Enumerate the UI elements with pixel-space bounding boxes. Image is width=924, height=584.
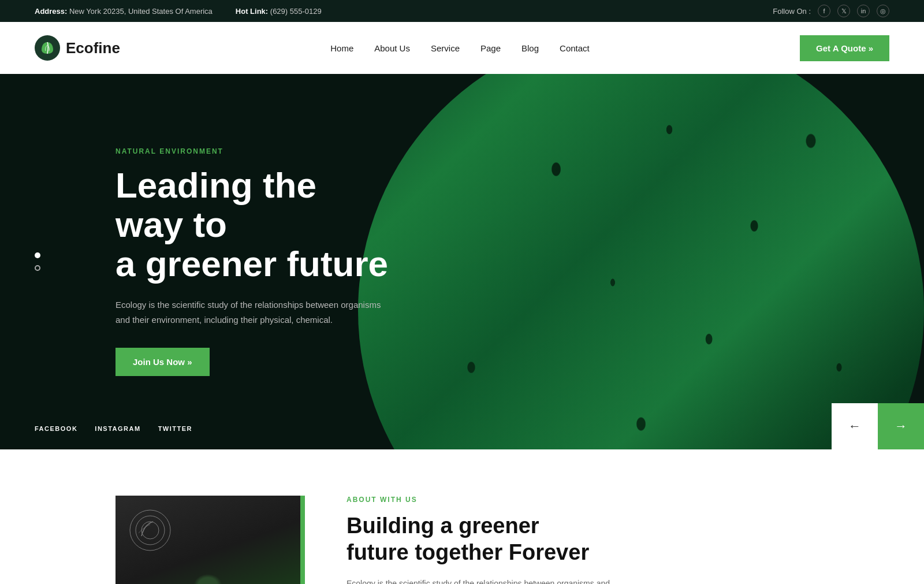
hotlink-value: (629) 555-0129 bbox=[270, 7, 322, 16]
slide-dot-2[interactable] bbox=[35, 265, 40, 271]
about-image-accent bbox=[300, 496, 305, 584]
hotlink: Hot Link: (629) 555-0129 bbox=[236, 7, 322, 16]
about-section: ABOUT WITH US Building a greener future … bbox=[0, 449, 924, 584]
hero-content: NATURAL ENVIRONMENT Leading the way to a… bbox=[0, 147, 393, 377]
hero-subtitle: NATURAL ENVIRONMENT bbox=[116, 147, 393, 155]
about-img-circles bbox=[127, 507, 173, 556]
prev-arrow-button[interactable]: ← bbox=[832, 403, 878, 449]
follow-label: Follow On : bbox=[773, 7, 811, 16]
social-twitter[interactable]: TWITTER bbox=[158, 425, 192, 432]
get-quote-button[interactable]: Get A Quote » bbox=[800, 35, 889, 61]
about-label: ABOUT WITH US bbox=[346, 496, 808, 504]
hero-description: Ecology is the scientific study of the r… bbox=[116, 297, 393, 327]
address-label: Address: bbox=[35, 7, 67, 16]
hero-bg-circle bbox=[358, 74, 924, 449]
about-title-line2: future together Forever bbox=[346, 540, 589, 564]
top-bar-left: Address: New York 20235, United States O… bbox=[35, 7, 322, 16]
about-description: Ecology is the scientific study of the r… bbox=[346, 577, 808, 584]
address-value: New York 20235, United States Of America bbox=[69, 7, 213, 16]
hero-title-line2: a greener future bbox=[116, 244, 388, 284]
nav-home[interactable]: Home bbox=[330, 43, 353, 53]
facebook-topbar-icon[interactable]: f bbox=[818, 5, 830, 17]
social-instagram[interactable]: INSTAGRAM bbox=[95, 425, 140, 432]
instagram-topbar-icon[interactable]: ◎ bbox=[877, 5, 889, 17]
about-image-wrap bbox=[116, 496, 300, 584]
nav-about[interactable]: About Us bbox=[374, 43, 410, 53]
main-nav: Home About Us Service Page Blog Contact bbox=[330, 43, 590, 53]
logo-leaf-svg bbox=[40, 40, 55, 55]
hero-title: Leading the way to a greener future bbox=[116, 166, 393, 284]
svg-point-1 bbox=[136, 516, 165, 545]
top-bar-right: Follow On : f 𝕏 in ◎ bbox=[773, 5, 889, 17]
top-bar: Address: New York 20235, United States O… bbox=[0, 0, 924, 22]
logo[interactable]: Ecofine bbox=[35, 35, 120, 61]
address: Address: New York 20235, United States O… bbox=[35, 7, 213, 16]
nav-page[interactable]: Page bbox=[480, 43, 501, 53]
hero-socials: FACEBOOK INSTAGRAM TWITTER bbox=[35, 425, 192, 432]
slide-dot-1[interactable] bbox=[35, 252, 40, 258]
header: Ecofine Home About Us Service Page Blog … bbox=[0, 22, 924, 74]
about-title-line1: Building a greener bbox=[346, 514, 539, 538]
join-us-button[interactable]: Join Us Now » bbox=[116, 348, 210, 376]
slider-arrows: ← → bbox=[832, 403, 924, 449]
linkedin-topbar-icon[interactable]: in bbox=[857, 5, 870, 17]
nav-contact[interactable]: Contact bbox=[560, 43, 590, 53]
about-circles-svg bbox=[127, 507, 173, 553]
next-arrow-button[interactable]: → bbox=[878, 403, 924, 449]
hero-leaf-image bbox=[358, 74, 924, 449]
about-title: Building a greener future together Forev… bbox=[346, 513, 808, 566]
twitter-topbar-icon[interactable]: 𝕏 bbox=[837, 5, 850, 17]
logo-icon bbox=[35, 35, 60, 61]
nav-blog[interactable]: Blog bbox=[521, 43, 539, 53]
about-image bbox=[116, 496, 300, 584]
logo-text: Ecofine bbox=[66, 39, 120, 57]
social-facebook[interactable]: FACEBOOK bbox=[35, 425, 77, 432]
about-content: ABOUT WITH US Building a greener future … bbox=[346, 496, 808, 584]
slider-dots bbox=[35, 252, 40, 271]
nav-service[interactable]: Service bbox=[431, 43, 460, 53]
hero-title-line1: Leading the way to bbox=[116, 165, 316, 244]
hotlink-label: Hot Link: bbox=[236, 7, 268, 16]
svg-point-2 bbox=[141, 522, 159, 539]
hero-section: NATURAL ENVIRONMENT Leading the way to a… bbox=[0, 74, 924, 449]
